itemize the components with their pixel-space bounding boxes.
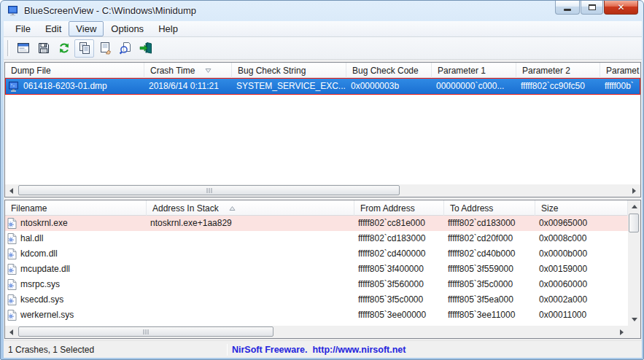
column-header-label: Filename [11,201,47,216]
upper-horizontal-scrollbar[interactable] [5,184,640,197]
column-header-dump-file[interactable]: Dump File [5,63,144,78]
exit-door-icon [139,41,153,55]
driver-row[interactable]: msrpc.sysfffff805`3f560000fffff805`3f5c0… [5,277,628,292]
column-header-size[interactable]: Size [535,200,628,216]
scroll-left-icon[interactable] [5,326,18,338]
save-button[interactable] [34,39,53,58]
cell-address-in-stack: ntoskrnl.exe+1aa829 [147,216,354,231]
driver-row[interactable]: ksecdd.sysfffff805`3f5c0000fffff805`3f5e… [5,292,628,308]
lower-horizontal-scrollbar[interactable] [5,326,628,338]
cell-address-in-stack [147,292,354,308]
cell-size: 0x00965000 [535,216,628,231]
cell-from-address: fffff805`3f5c0000 [354,292,444,308]
title-bar[interactable]: BlueScreenView - C:\Windows\Minidump ✕ [1,1,643,21]
scrollbar-thumb[interactable] [18,326,273,337]
driver-file-icon [7,279,17,290]
cell-to-address: fffff805`3f5ea000 [444,292,535,308]
nirsoft-link[interactable]: NirSoft Freeware. http://www.nirsoft.net [228,345,406,355]
minimize-icon [564,9,571,11]
cell-filename: ksecdd.sys [5,292,147,308]
crash-list-pane: Dump FileCrash TimeBug Check StringBug C… [4,62,641,197]
toolbar [4,37,642,60]
driver-row[interactable]: hal.dllfffff802`cd183000fffff802`cd20f00… [5,231,628,246]
cell-size: 0x00011000 [535,308,628,323]
column-header-label: Parameter 2 [522,63,570,78]
column-header-bug-check-code[interactable]: Bug Check Code [346,63,432,78]
column-header-label: Paramet [606,63,639,78]
cell-size: 0x0002a000 [535,292,628,308]
lower-rows: ntoskrnl.exentoskrnl.exe+1aa829fffff802`… [5,216,628,326]
column-header-label: Crash Time [150,63,195,78]
column-header-from-address[interactable]: From Address [354,200,444,216]
column-header-to-address[interactable]: To Address [444,200,535,216]
cell-bug-check-string: SYSTEM_SERVICE_EXC... [233,79,347,94]
column-header-label: From Address [360,201,415,216]
cell-parameter-2: fffff802`cc90fc50 [517,79,601,94]
maximize-icon [589,4,596,10]
cell-to-address: fffff802`cd183000 [444,216,535,231]
find-button[interactable] [115,39,135,58]
scroll-left-icon[interactable] [5,184,18,197]
driver-row[interactable]: werkernel.sysfffff805`3ee00000fffff805`3… [5,308,628,323]
save-floppy-icon [36,41,51,55]
scrollbar-thumb[interactable] [629,214,639,232]
sort-ascending-icon [229,206,236,211]
dump-row[interactable]: 061418-6203-01.dmp2018/6/14 0:11:21SYSTE… [5,78,640,95]
menu-bar: File Edit View Options Help [4,21,642,37]
driver-file-icon [7,264,17,275]
scroll-down-icon[interactable] [628,313,640,326]
column-header-parameter-1[interactable]: Parameter 1 [432,63,516,78]
scrollbar-corner [628,326,640,338]
cell-filename: werkernel.sys [5,308,147,323]
scroll-right-icon[interactable] [628,184,640,197]
driver-file-icon [7,233,17,244]
toolbar-gripper [7,40,9,56]
advanced-options-button[interactable] [13,39,33,58]
copy-button[interactable] [74,39,94,58]
cell-dump-file: 061418-6203-01.dmp [6,79,145,94]
properties-button[interactable] [95,39,115,58]
cell-address-in-stack [147,262,354,277]
column-header-bug-check-string[interactable]: Bug Check String [232,63,346,78]
menu-edit[interactable]: Edit [38,21,69,36]
exit-button[interactable] [136,39,155,58]
lower-vertical-scrollbar[interactable] [628,200,640,326]
scrollbar-thumb[interactable] [18,185,400,195]
options-window-icon [16,41,31,55]
cell-address-in-stack [147,308,354,323]
minimize-button[interactable] [555,1,580,15]
refresh-button[interactable] [54,39,74,58]
window-title: BlueScreenView - C:\Windows\Minidump [24,5,196,16]
copy-icon [77,41,92,55]
cell-parameter-3: fffff00b` [601,79,640,94]
cell-address-in-stack [147,246,354,262]
column-header-parameter-2[interactable]: Parameter 2 [516,63,600,78]
column-header-label: Address In Stack [152,201,219,216]
cell-from-address: fffff802`cd183000 [354,231,444,246]
scroll-right-icon[interactable] [616,326,628,338]
column-header-label: Bug Check String [238,63,306,78]
driver-row[interactable]: ntoskrnl.exentoskrnl.exe+1aa829fffff802`… [5,216,628,231]
driver-row[interactable]: mcupdate.dllfffff805`3f400000fffff805`3f… [5,262,628,277]
scroll-up-icon[interactable] [628,200,640,213]
cell-filename: mcupdate.dll [5,262,147,277]
properties-icon [98,41,112,55]
maximize-button[interactable] [581,1,603,15]
column-header-crash-time[interactable]: Crash Time [144,63,232,78]
cell-size: 0x0000b000 [535,246,628,262]
app-icon [7,5,19,17]
close-button[interactable]: ✕ [604,1,638,15]
menu-help[interactable]: Help [151,21,185,36]
column-header-address-in-stack[interactable]: Address In Stack [147,200,354,216]
cell-filename: hal.dll [5,231,147,246]
column-header-filename[interactable]: Filename [5,200,147,216]
column-header-label: Parameter 1 [438,63,486,78]
menu-options[interactable]: Options [104,21,151,36]
menu-view[interactable]: View [69,21,104,36]
menu-file[interactable]: File [8,21,38,36]
column-header-paramet[interactable]: Paramet [600,63,641,78]
driver-row[interactable]: kdcom.dllfffff802`cd400000fffff802`cd40b… [5,246,628,262]
cell-parameter-1: 00000000`c000... [432,79,517,94]
cell-bug-check-code: 0x0000003b [347,79,432,94]
driver-file-icon [7,218,17,229]
